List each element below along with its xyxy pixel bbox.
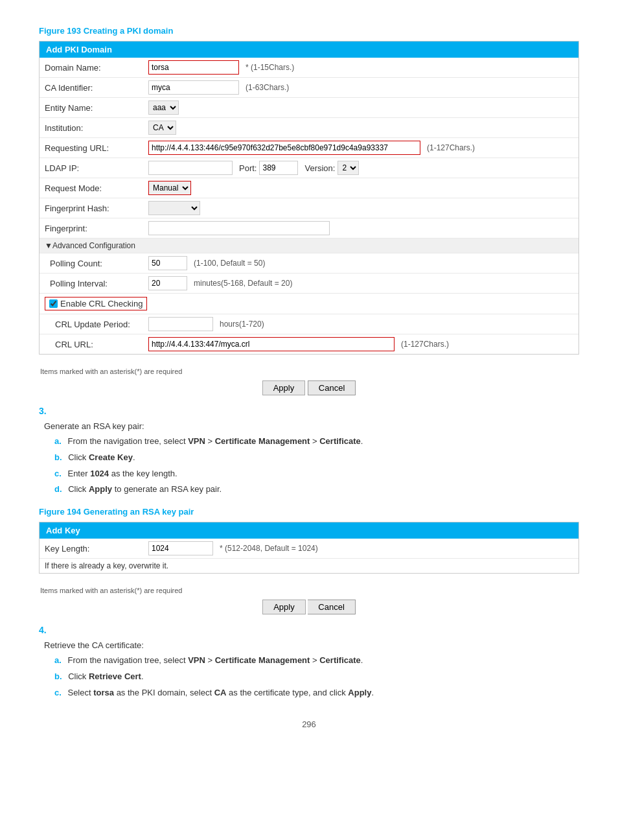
- enable-crl-label: Enable CRL Checking: [60, 299, 143, 309]
- key-length-row: Key Length: * (512-2048, Default = 1024): [40, 539, 578, 559]
- polling-count-input[interactable]: [148, 256, 187, 270]
- key-form-table: Key Length: * (512-2048, Default = 1024)…: [40, 539, 578, 573]
- crl-url-label: CRL URL:: [40, 334, 143, 355]
- crl-update-period-label: CRL Update Period:: [40, 314, 143, 334]
- fingerprint-hash-select[interactable]: [148, 201, 200, 215]
- required-note-193: Items marked with an asterisk(*) are req…: [39, 368, 579, 375]
- required-note-194: Items marked with an asterisk(*) are req…: [39, 587, 579, 594]
- overwrite-note-row: If there is already a key, overwrite it.: [40, 559, 578, 574]
- fingerprint-hash-row: Fingerprint Hash:: [40, 198, 578, 218]
- pki-form-table: Domain Name: * (1-15Chars.) CA Identifie…: [40, 58, 578, 354]
- panel-header-194: Add Key: [40, 522, 578, 539]
- figure-193-title: Figure 193 Creating a PKI domain: [39, 26, 579, 36]
- step-4-number: 4.: [39, 625, 579, 635]
- apply-button-194[interactable]: Apply: [262, 600, 306, 614]
- step-3a: a. From the navigation tree, select VPN …: [54, 435, 579, 449]
- page-number: 296: [39, 719, 579, 729]
- key-length-label: Key Length:: [40, 539, 143, 559]
- step-4a: a. From the navigation tree, select VPN …: [54, 654, 579, 668]
- institution-select[interactable]: CA: [148, 121, 176, 135]
- request-mode-select[interactable]: Manual: [148, 181, 191, 195]
- advanced-config-header: ▼Advanced Configuration: [40, 239, 578, 253]
- overwrite-note: If there is already a key, overwrite it.: [40, 559, 578, 574]
- cancel-button-193[interactable]: Cancel: [308, 380, 356, 395]
- polling-count-row: Polling Count: (1-100, Default = 50): [40, 253, 578, 274]
- requesting-url-hint: (1-127Chars.): [427, 143, 475, 152]
- polling-count-label: Polling Count:: [40, 253, 143, 274]
- entity-name-label: Entity Name:: [40, 98, 143, 118]
- figure-194-title: Figure 194 Generating an RSA key pair: [39, 507, 579, 517]
- step-4-text: Retrieve the CA certificate:: [44, 640, 579, 650]
- crl-update-period-input[interactable]: [148, 317, 213, 331]
- enable-crl-row: Enable CRL Checking: [40, 294, 578, 314]
- button-row-194: Apply Cancel: [39, 600, 579, 614]
- step-4b: b. Click Retrieve Cert.: [54, 670, 579, 684]
- fingerprint-hash-label: Fingerprint Hash:: [40, 198, 143, 218]
- add-pki-domain-panel: Add PKI Domain Domain Name: * (1-15Chars…: [39, 41, 579, 355]
- ldap-ip-input[interactable]: [148, 161, 233, 175]
- requesting-url-row: Requesting URL: (1-127Chars.): [40, 138, 578, 158]
- step-3d: d. Click Apply to generate an RSA key pa…: [54, 483, 579, 496]
- step-4c: c. Select torsa as the PKI domain, selec…: [54, 686, 579, 700]
- polling-interval-label: Polling Interval:: [40, 274, 143, 294]
- step-3-number: 3.: [39, 406, 579, 416]
- step-3b: b. Click Create Key.: [54, 451, 579, 465]
- request-mode-label: Request Mode:: [40, 178, 143, 198]
- enable-crl-checkbox[interactable]: [49, 299, 58, 308]
- request-mode-row: Request Mode: Manual: [40, 178, 578, 198]
- add-key-panel: Add Key Key Length: * (512-2048, Default…: [39, 522, 579, 574]
- button-row-193: Apply Cancel: [39, 380, 579, 395]
- fingerprint-row: Fingerprint:: [40, 218, 578, 239]
- domain-name-input[interactable]: [148, 60, 239, 75]
- step-3-text: Generate an RSA key pair:: [44, 421, 579, 431]
- step-4-container: 4. Retrieve the CA certificate: a. From …: [39, 625, 579, 699]
- polling-interval-hint: minutes(5-168, Default = 20): [194, 279, 292, 288]
- ca-identifier-hint: (1-63Chars.): [246, 83, 289, 92]
- advanced-config-row: ▼Advanced Configuration: [40, 239, 578, 253]
- institution-label: Institution:: [40, 118, 143, 138]
- entity-name-row: Entity Name: aaa: [40, 98, 578, 118]
- crl-update-period-hint: hours(1-720): [220, 320, 264, 329]
- panel-header-193: Add PKI Domain: [40, 41, 578, 58]
- domain-name-label: Domain Name:: [40, 58, 143, 78]
- apply-button-193[interactable]: Apply: [262, 380, 306, 395]
- ca-identifier-label: CA Identifier:: [40, 78, 143, 98]
- key-length-hint: * (512-2048, Default = 1024): [220, 544, 318, 553]
- requesting-url-label: Requesting URL:: [40, 138, 143, 158]
- domain-name-row: Domain Name: * (1-15Chars.): [40, 58, 578, 78]
- port-input[interactable]: [259, 161, 298, 175]
- ldap-ip-row: LDAP IP: Port: Version: 2: [40, 158, 578, 178]
- requesting-url-input[interactable]: [148, 141, 420, 155]
- crl-url-input[interactable]: [148, 337, 395, 351]
- polling-count-hint: (1-100, Default = 50): [194, 259, 265, 268]
- version-label: Version:: [304, 163, 335, 173]
- ca-identifier-input[interactable]: [148, 80, 239, 95]
- crl-url-row: CRL URL: (1-127Chars.): [40, 334, 578, 355]
- crl-update-period-row: CRL Update Period: hours(1-720): [40, 314, 578, 334]
- institution-row: Institution: CA: [40, 118, 578, 138]
- cancel-button-194[interactable]: Cancel: [308, 600, 355, 614]
- step-3-container: 3. Generate an RSA key pair: a. From the…: [39, 406, 579, 496]
- fingerprint-label: Fingerprint:: [40, 218, 143, 239]
- polling-interval-row: Polling Interval: minutes(5-168, Default…: [40, 274, 578, 294]
- ca-identifier-row: CA Identifier: (1-63Chars.): [40, 78, 578, 98]
- step-3c: c. Enter 1024 as the key length.: [54, 467, 579, 481]
- fingerprint-input[interactable]: [148, 221, 330, 235]
- version-select[interactable]: 2: [338, 161, 359, 175]
- ldap-ip-label: LDAP IP:: [40, 158, 143, 178]
- key-length-input[interactable]: [148, 541, 213, 555]
- crl-url-hint: (1-127Chars.): [401, 340, 449, 349]
- domain-name-hint: * (1-15Chars.): [246, 63, 294, 72]
- port-label: Port:: [239, 163, 257, 173]
- polling-interval-input[interactable]: [148, 276, 187, 290]
- entity-name-select[interactable]: aaa: [148, 100, 179, 115]
